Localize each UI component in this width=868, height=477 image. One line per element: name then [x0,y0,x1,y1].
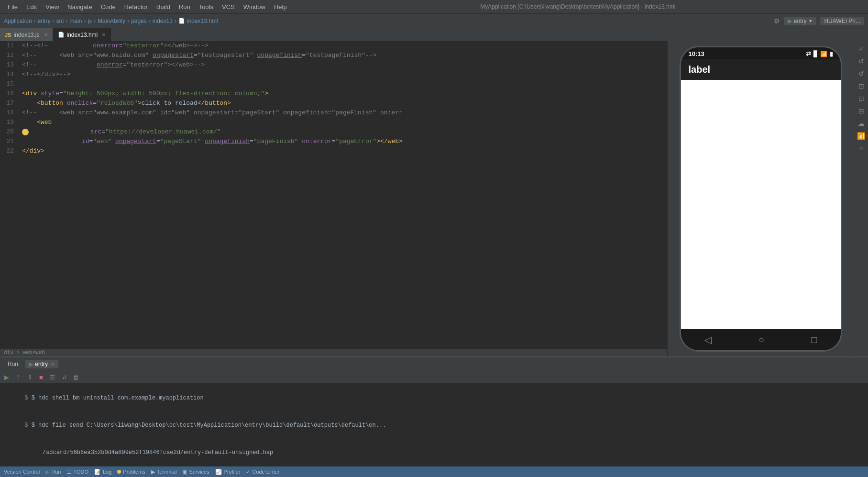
scroll-up-btn[interactable]: ⇧ [13,372,23,382]
code-line-empty1 [22,156,663,166]
phone-home-icon: ○ [758,334,764,345]
right-icon-3[interactable]: ⊡ [856,80,867,92]
code-line-20: src = "https://developer.huawei.com/" [22,127,663,137]
hml-file-icon: 📄 [58,32,65,38]
breadcrumb-pages[interactable]: pages [131,18,147,24]
bottom-tabs: Run: ▶ entry ✕ [0,357,868,371]
status-bar: Version Control ▶ Run ☰ TODO 📝 Log Probl… [0,466,868,477]
breadcrumb-main[interactable]: main [69,18,82,24]
breadcrumb-src[interactable]: src [56,18,64,24]
menu-window[interactable]: Window [240,2,269,11]
terminal-content[interactable]: $ $ hdc shell bm uninstall com.example.m… [0,383,868,466]
menu-edit[interactable]: Edit [22,2,41,11]
menu-file[interactable]: File [4,2,22,11]
breadcrumb-application[interactable]: Application [4,18,32,24]
menu-code[interactable]: Code [97,2,120,11]
code-line-17: <button onclick = "reloadWeb" > click to… [22,99,663,108]
breadcrumb-js[interactable]: js [88,18,92,24]
status-profiler[interactable]: 📈 Profiler [215,469,241,475]
menu-navigate[interactable]: Navigate [64,2,96,11]
clear-button[interactable]: 🗑 [71,372,80,382]
tab-close-hml[interactable]: ✕ [102,32,106,37]
filter-button[interactable]: ☰ [48,372,57,382]
code-line-19: <web [22,118,663,127]
settings-icon[interactable]: ⚙ [774,17,780,25]
status-todo[interactable]: ☰ TODO [66,469,88,475]
code-path-bar: div > web#web [0,348,667,356]
right-icons: ✓ ↺ ↺ ⊡ ⊡ ⊟ ☁ 📶 ○ [854,41,868,356]
run-icon: ▶ [45,469,49,475]
rerun-button[interactable]: ▶ [2,372,11,382]
status-code-linter[interactable]: ✓ Code Linter [246,469,279,475]
run-play-icon: ▶ [29,361,33,367]
bulb-icon[interactable] [22,129,29,135]
status-log[interactable]: 📝 Log [94,469,111,475]
menu-tools[interactable]: Tools [195,2,217,11]
terminal-icon: ▶ [151,469,155,475]
bottom-tab-close[interactable]: ✕ [51,362,55,367]
status-run[interactable]: ▶ Run [45,469,61,475]
todo-icon: ☰ [66,469,71,475]
stop-button[interactable]: ■ [36,372,46,382]
code-lines[interactable]: <!--<!– onerror = "testerror" ></web>–>-… [18,41,667,348]
phone-preview: 10:13 ⇄ ▊ 📶 ▮ label ◁ ○ □ [667,41,854,356]
code-line-11: <!--<!– onerror = "testerror" ></web>–>-… [22,41,663,51]
breadcrumb-file[interactable]: 📄 index13.hml [178,18,218,24]
code-line-14: <!--</div>--> [22,70,663,79]
bottom-tab-entry[interactable]: ▶ entry ✕ [25,360,58,368]
right-icon-5[interactable]: ⊟ [856,105,867,117]
phone-back-icon: ◁ [704,334,712,345]
status-terminal[interactable]: ▶ Terminal [151,469,177,475]
code-line-21: id = "web" onpagestart = "pageStart" onp… [22,137,663,146]
menu-help[interactable]: Help [270,2,291,11]
menu-refactor[interactable]: Refactor [121,2,152,11]
code-line-22: </div> [22,146,663,156]
tab-indexjs[interactable]: JS index13.js ✕ [0,28,53,41]
menu-build[interactable]: Build [153,2,174,11]
code-content: 11 12 13 14 15 16 17 18 19 20 21 22 <!--… [0,41,667,348]
right-icon-7[interactable]: ○ [856,143,867,154]
terminal-line-1: $ $ hdc shell bm uninstall com.example.m… [4,385,864,412]
phone-frame: 10:13 ⇄ ▊ 📶 ▮ label ◁ ○ □ [680,46,842,352]
tab-indexhml[interactable]: 📄 index13.hml ✕ [53,28,111,41]
signal-icon: ▊ [813,51,818,57]
services-icon: ▣ [182,469,187,475]
bottom-toolbar: ▶ ⇧ ⇩ ■ ☰ ↲ 🗑 [0,371,868,383]
status-problems[interactable]: Problems [117,469,145,475]
tab-close-js[interactable]: ✕ [44,32,48,37]
status-version-control[interactable]: Version Control [4,469,40,475]
window-title: MyApplication [C:\Users\liwang\Desktop\b… [292,3,864,10]
phone-status-bar: 10:13 ⇄ ▊ 📶 ▮ [681,47,841,59]
breadcrumb-entry[interactable]: entry [38,18,51,24]
right-icon-6[interactable]: ☁ [856,118,867,129]
entry-dropdown[interactable]: ▶ entry ▼ [784,17,817,25]
scroll-down-btn[interactable]: ⇩ [25,372,34,382]
wrap-button[interactable]: ↲ [59,372,69,382]
menu-view[interactable]: View [42,2,63,11]
terminal-line-2: $ $ hdc file send C:\Users\liwang\Deskto… [4,412,864,439]
right-icon-2[interactable]: ↺ [856,68,867,79]
right-icon-4[interactable]: ⊡ [856,93,867,104]
main-area: 11 12 13 14 15 16 17 18 19 20 21 22 <!--… [0,41,868,356]
menu-run[interactable]: Run [175,2,194,11]
device-button[interactable]: HUAWEI Ph... [820,17,864,25]
problems-dot [117,470,121,474]
phone-content [681,80,841,329]
breadcrumb-index13[interactable]: index13 [153,18,173,24]
breadcrumb-bar: Application › entry › src › main › js › … [0,13,868,28]
menu-vcs[interactable]: VCS [218,2,239,11]
right-icon-1[interactable]: ↺ [856,55,867,67]
status-services[interactable]: ▣ Services [182,469,209,475]
code-line-13: <!-- onerror = "testerror"></web>--> [22,60,663,70]
menu-bar: File Edit View Navigate Code Refactor Bu… [0,0,868,13]
log-icon: 📝 [94,469,101,475]
phone-time: 10:13 [689,50,704,57]
bottom-tab-run-label: Run: [4,360,23,368]
breadcrumb-mainability[interactable]: MainAbility [98,18,125,24]
code-linter-icon: ✓ [246,469,250,475]
code-line-12: <!-- <web src= "www.baidu.com" onpagesta… [22,51,663,60]
right-checkmark-icon[interactable]: ✓ [856,43,867,55]
battery-icon: ▮ [830,51,833,57]
right-wifi-icon[interactable]: 📶 [856,130,867,142]
line-numbers: 11 12 13 14 15 16 17 18 19 20 21 22 [0,41,18,348]
